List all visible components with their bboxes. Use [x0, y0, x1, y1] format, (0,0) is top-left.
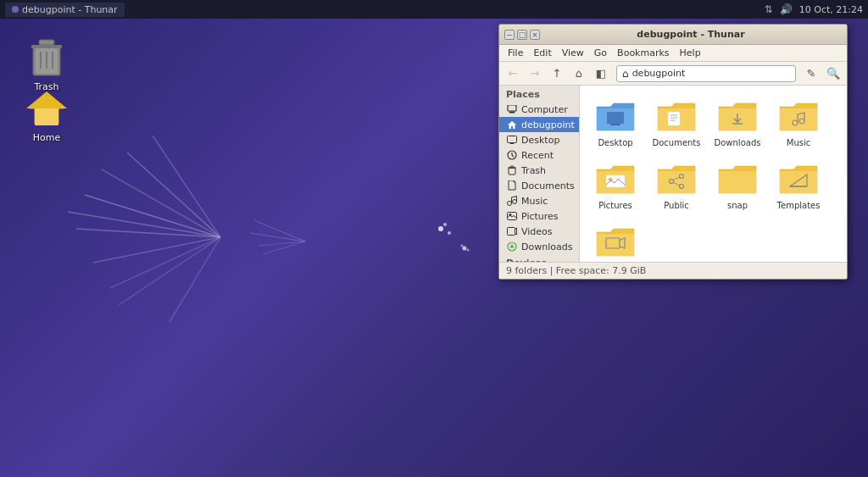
titlebar-buttons: − □ × — [504, 30, 540, 40]
file-templates-label: Templates — [777, 201, 821, 211]
taskbar-left: debugpoint - Thunar — [5, 3, 125, 17]
folder-snap-icon — [717, 158, 758, 199]
svg-line-1 — [68, 212, 220, 237]
sidebar-recent-label: Recent — [521, 150, 554, 161]
file-item-videos[interactable]: Videos — [587, 218, 644, 262]
svg-line-7 — [119, 237, 220, 305]
recent-icon — [506, 149, 518, 161]
svg-line-13 — [259, 241, 305, 246]
content-area: Places Computer debugpoint — [499, 86, 847, 262]
file-music-label: Music — [787, 138, 810, 148]
sidebar-item-videos[interactable]: Videos — [499, 224, 579, 239]
svg-point-16 — [448, 231, 451, 235]
file-public-label: Public — [664, 201, 689, 211]
home-nav-button[interactable]: ⌂ — [569, 64, 589, 83]
svg-point-40 — [508, 202, 512, 206]
split-view-button[interactable]: ◧ — [591, 64, 611, 83]
sidebar: Places Computer debugpoint — [499, 86, 580, 262]
svg-line-12 — [263, 241, 305, 254]
sidebar-item-documents[interactable]: Documents — [499, 178, 579, 193]
statusbar: 9 folders | Free space: 7.9 GiB — [499, 262, 847, 279]
file-manager-window: − □ × debugpoint - Thunar File Edit View… — [498, 24, 848, 280]
menu-view[interactable]: View — [557, 45, 589, 61]
svg-line-4 — [93, 237, 220, 263]
svg-rect-22 — [39, 40, 54, 45]
sidebar-computer-label: Computer — [521, 104, 568, 115]
svg-rect-55 — [607, 112, 624, 124]
sidebar-trash-label: Trash — [521, 165, 546, 176]
close-button[interactable]: × — [530, 30, 540, 40]
menu-help[interactable]: Help — [675, 45, 706, 61]
back-button[interactable]: ← — [503, 64, 523, 83]
sidebar-item-downloads[interactable]: Downloads — [499, 239, 579, 254]
svg-point-19 — [467, 249, 470, 252]
svg-rect-30 — [508, 105, 516, 111]
svg-rect-34 — [508, 136, 517, 143]
sidebar-desktop-label: Desktop — [521, 135, 559, 146]
svg-line-10 — [254, 220, 305, 241]
svg-line-5 — [110, 237, 220, 288]
downloads-sidebar-icon — [506, 241, 518, 252]
search-button[interactable]: 🔍 — [823, 64, 843, 83]
menu-edit[interactable]: Edit — [528, 45, 556, 61]
sidebar-pictures-label: Pictures — [521, 211, 559, 222]
titlebar[interactable]: − □ × debugpoint - Thunar — [499, 25, 847, 45]
svg-point-41 — [513, 200, 517, 204]
computer-icon — [506, 103, 518, 115]
location-text: debugpoint — [632, 68, 686, 79]
folder-documents-icon — [656, 96, 697, 136]
svg-line-8 — [153, 136, 220, 237]
sidebar-item-desktop[interactable]: Desktop — [499, 132, 579, 147]
sidebar-item-computer[interactable]: Computer — [499, 102, 579, 117]
forward-button[interactable]: → — [525, 64, 545, 83]
sidebar-music-label: Music — [521, 196, 548, 207]
taskbar-time: 10 Oct, 21:24 — [799, 4, 863, 15]
desktop-icon-home[interactable]: Home — [17, 85, 76, 147]
maximize-button[interactable]: □ — [517, 30, 527, 40]
desktop-icon-home-label: Home — [33, 132, 60, 143]
network-icon: ⇅ — [765, 3, 773, 15]
file-item-documents[interactable]: Documents — [648, 92, 705, 152]
file-item-music[interactable]: Music — [770, 92, 827, 152]
location-bar[interactable]: ⌂ debugpoint — [616, 65, 796, 82]
svg-rect-37 — [509, 168, 515, 175]
taskbar-right: ⇅ 🔊 10 Oct, 21:24 — [765, 3, 863, 15]
file-item-templates[interactable]: Templates — [770, 155, 827, 214]
file-item-downloads[interactable]: Downloads — [709, 92, 766, 152]
menu-bookmarks[interactable]: Bookmarks — [612, 45, 674, 61]
window-title: debugpoint - Thunar — [540, 29, 842, 40]
sidebar-item-debugpoint[interactable]: debugpoint — [499, 117, 579, 132]
debugpoint-home-icon — [506, 119, 518, 130]
file-item-snap[interactable]: snap — [709, 155, 766, 214]
menu-go[interactable]: Go — [589, 45, 612, 61]
edit-location-button[interactable]: ✎ — [801, 64, 821, 83]
svg-line-0 — [85, 195, 220, 237]
sidebar-item-trash[interactable]: Trash — [499, 163, 579, 178]
svg-rect-23 — [31, 45, 62, 48]
taskbar: debugpoint - Thunar ⇅ 🔊 10 Oct, 21:24 — [0, 0, 868, 19]
svg-point-14 — [438, 226, 443, 231]
svg-marker-29 — [26, 92, 67, 108]
sidebar-item-pictures[interactable]: Pictures — [499, 208, 579, 224]
folder-public-icon — [656, 158, 697, 199]
location-home-icon: ⌂ — [622, 68, 629, 80]
toolbar: ← → ↑ ⌂ ◧ ⌂ debugpoint ✎ 🔍 — [499, 62, 847, 86]
music-sidebar-icon — [506, 195, 518, 207]
file-documents-label: Documents — [652, 138, 700, 148]
taskbar-app-label: debugpoint - Thunar — [22, 4, 118, 15]
minimize-button[interactable]: − — [504, 30, 515, 40]
svg-line-2 — [102, 169, 220, 237]
svg-line-3 — [76, 229, 220, 237]
trash-icon — [26, 37, 67, 78]
file-item-pictures[interactable]: Pictures — [587, 155, 644, 214]
up-button[interactable]: ↑ — [547, 64, 567, 83]
desktop: debugpoint - Thunar ⇅ 🔊 10 Oct, 21:24 Tr… — [0, 0, 868, 477]
sidebar-item-recent[interactable]: Recent — [499, 147, 579, 163]
file-item-public[interactable]: Public — [648, 155, 705, 214]
devices-header: Devices — [499, 254, 579, 262]
file-item-desktop[interactable]: Desktop — [587, 92, 644, 152]
sidebar-item-music[interactable]: Music — [499, 193, 579, 208]
folder-videos-icon — [595, 221, 636, 262]
menu-file[interactable]: File — [503, 45, 528, 61]
taskbar-app-thunar[interactable]: debugpoint - Thunar — [5, 3, 125, 17]
